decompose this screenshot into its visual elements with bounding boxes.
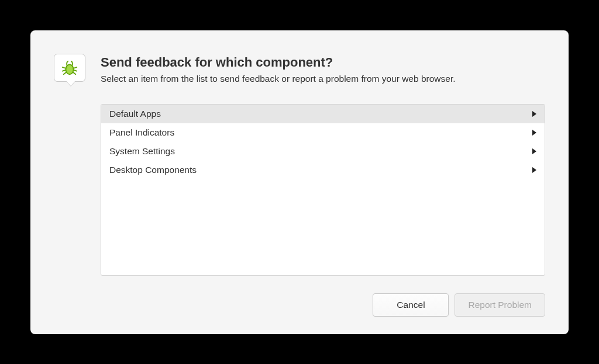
chevron-right-icon <box>532 130 536 136</box>
feedback-dialog: Send feedback for which component? Selec… <box>30 30 569 334</box>
chevron-right-icon <box>532 167 536 173</box>
bug-svg <box>61 59 78 77</box>
component-list: Default Apps Panel Indicators System Set… <box>101 104 545 276</box>
list-item-panel-indicators[interactable]: Panel Indicators <box>101 123 545 142</box>
speech-tail <box>66 81 75 86</box>
svg-line-4 <box>74 67 77 68</box>
report-problem-button[interactable]: Report Problem <box>455 293 545 317</box>
list-item-default-apps[interactable]: Default Apps <box>101 105 545 123</box>
svg-line-6 <box>73 72 76 74</box>
dialog-title: Send feedback for which component? <box>101 55 545 70</box>
dialog-icon-wrap <box>54 54 88 88</box>
list-item-label: Desktop Components <box>109 165 197 175</box>
dialog-subtitle: Select an item from the list to send fee… <box>101 74 545 84</box>
svg-line-3 <box>64 72 67 74</box>
list-item-label: Default Apps <box>109 109 161 119</box>
dialog-buttons: Cancel Report Problem <box>54 293 545 317</box>
chevron-right-icon <box>532 111 536 117</box>
svg-point-0 <box>66 64 73 74</box>
cancel-button[interactable]: Cancel <box>373 293 449 317</box>
svg-line-1 <box>63 67 66 68</box>
list-item-desktop-components[interactable]: Desktop Components <box>101 161 545 179</box>
heading-column: Send feedback for which component? Selec… <box>101 54 545 84</box>
list-item-system-settings[interactable]: System Settings <box>101 142 545 161</box>
bug-icon <box>54 54 85 82</box>
svg-line-5 <box>74 70 77 71</box>
chevron-right-icon <box>532 148 536 154</box>
svg-line-2 <box>63 70 66 71</box>
list-item-label: System Settings <box>109 146 175 157</box>
dialog-header: Send feedback for which component? Selec… <box>54 54 545 88</box>
list-item-label: Panel Indicators <box>109 127 174 138</box>
